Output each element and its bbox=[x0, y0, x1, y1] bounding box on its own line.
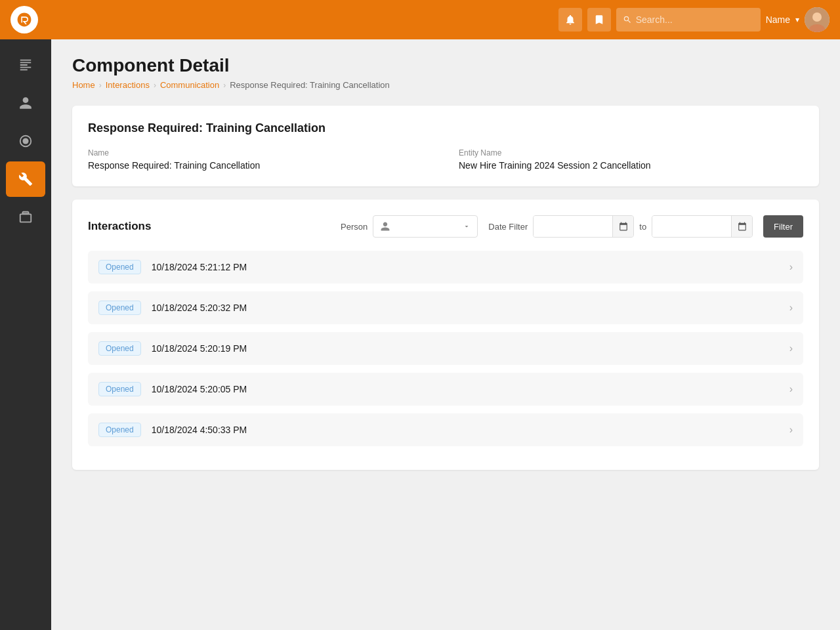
search-bar[interactable] bbox=[616, 8, 761, 32]
breadcrumb-home[interactable]: Home bbox=[72, 80, 95, 90]
interaction-date: 10/18/2024 4:50:33 PM bbox=[152, 425, 789, 435]
interaction-row[interactable]: Opened 10/18/2024 4:50:33 PM › bbox=[88, 413, 803, 446]
field-name-value: Response Required: Training Cancellation bbox=[88, 160, 432, 171]
field-entity-name-label: Entity Name bbox=[459, 148, 803, 158]
status-badge: Opened bbox=[98, 382, 141, 396]
interactions-header: Interactions Person bbox=[88, 215, 803, 238]
status-badge: Opened bbox=[98, 260, 141, 274]
breadcrumb-interactions[interactable]: Interactions bbox=[106, 80, 150, 90]
chevron-right-icon: › bbox=[789, 424, 793, 436]
date-to-calendar-icon[interactable] bbox=[731, 216, 752, 237]
person-filter-group: Person bbox=[341, 215, 478, 238]
breadcrumb-current: Response Required: Training Cancellation bbox=[230, 80, 390, 90]
interaction-row[interactable]: Opened 10/18/2024 5:20:05 PM › bbox=[88, 373, 803, 406]
user-dropdown-icon: ▾ bbox=[795, 15, 799, 24]
page-title: Component Detail bbox=[72, 55, 819, 76]
bookmarks-button[interactable] bbox=[587, 8, 611, 32]
detail-card-title: Response Required: Training Cancellation bbox=[88, 121, 803, 135]
interaction-date: 10/18/2024 5:20:19 PM bbox=[152, 343, 789, 354]
svg-point-1 bbox=[812, 12, 822, 22]
detail-card-fields: Name Response Required: Training Cancell… bbox=[88, 148, 803, 171]
interaction-date: 10/18/2024 5:20:32 PM bbox=[152, 303, 789, 313]
person-filter-label: Person bbox=[341, 222, 368, 232]
person-filter-select[interactable] bbox=[373, 215, 478, 238]
field-name: Name Response Required: Training Cancell… bbox=[88, 148, 432, 171]
user-avatar bbox=[805, 7, 830, 32]
interactions-card: Interactions Person bbox=[72, 200, 819, 470]
date-from-calendar-icon[interactable] bbox=[612, 216, 633, 237]
notifications-button[interactable] bbox=[558, 8, 582, 32]
filter-button[interactable]: Filter bbox=[763, 215, 803, 238]
status-badge: Opened bbox=[98, 341, 141, 356]
layout: Component Detail Home › Interactions › C… bbox=[0, 39, 840, 630]
chevron-right-icon: › bbox=[789, 343, 793, 354]
sidebar-item-person[interactable] bbox=[6, 85, 45, 121]
interactions-section-title: Interactions bbox=[88, 220, 151, 233]
breadcrumb-communication[interactable]: Communication bbox=[160, 80, 219, 90]
date-to-field[interactable] bbox=[652, 216, 731, 237]
sidebar bbox=[0, 39, 51, 630]
person-icon bbox=[380, 221, 390, 232]
breadcrumb-sep-1: › bbox=[99, 81, 102, 90]
interaction-date: 10/18/2024 5:20:05 PM bbox=[152, 384, 789, 394]
sidebar-item-badge[interactable] bbox=[6, 123, 45, 159]
date-from-field[interactable] bbox=[534, 216, 612, 237]
search-input[interactable] bbox=[636, 14, 754, 25]
status-badge: Opened bbox=[98, 301, 141, 315]
main-content: Component Detail Home › Interactions › C… bbox=[51, 39, 840, 630]
user-menu[interactable]: Name ▾ bbox=[766, 7, 830, 32]
sidebar-item-briefcase[interactable] bbox=[6, 200, 45, 235]
person-select-input[interactable] bbox=[396, 222, 457, 232]
breadcrumb-sep-2: › bbox=[154, 81, 156, 90]
date-filter-group: Date Filter to bbox=[488, 215, 753, 238]
breadcrumb: Home › Interactions › Communication › Re… bbox=[72, 80, 819, 90]
chevron-right-icon: › bbox=[789, 383, 793, 395]
field-entity-name-value: New Hire Training 2024 Session 2 Cancell… bbox=[459, 160, 803, 171]
nav-icons: Name ▾ bbox=[558, 7, 830, 32]
user-name: Name bbox=[766, 14, 790, 25]
chevron-right-icon: › bbox=[789, 302, 793, 314]
breadcrumb-sep-3: › bbox=[223, 81, 226, 90]
detail-card: Response Required: Training Cancellation… bbox=[72, 106, 819, 186]
interaction-row[interactable]: Opened 10/18/2024 5:21:12 PM › bbox=[88, 251, 803, 284]
app-logo[interactable] bbox=[10, 6, 38, 33]
top-navigation: Name ▾ bbox=[0, 0, 840, 39]
interaction-date: 10/18/2024 5:21:12 PM bbox=[152, 262, 789, 272]
date-from-input[interactable] bbox=[533, 215, 634, 238]
interaction-row[interactable]: Opened 10/18/2024 5:20:32 PM › bbox=[88, 291, 803, 324]
chevron-down-icon bbox=[463, 222, 471, 230]
interaction-row[interactable]: Opened 10/18/2024 5:20:19 PM › bbox=[88, 332, 803, 365]
sidebar-item-tools[interactable] bbox=[6, 161, 45, 197]
svg-point-4 bbox=[22, 138, 28, 144]
sidebar-item-documents[interactable] bbox=[6, 47, 45, 83]
interaction-list: Opened 10/18/2024 5:21:12 PM › Opened 10… bbox=[88, 251, 803, 446]
date-to-label: to bbox=[639, 222, 646, 232]
date-filter-label: Date Filter bbox=[488, 222, 528, 232]
field-entity-name: Entity Name New Hire Training 2024 Sessi… bbox=[459, 148, 803, 171]
status-badge: Opened bbox=[98, 423, 141, 437]
field-name-label: Name bbox=[88, 148, 432, 158]
date-to-input[interactable] bbox=[652, 215, 753, 238]
chevron-right-icon: › bbox=[789, 261, 793, 273]
